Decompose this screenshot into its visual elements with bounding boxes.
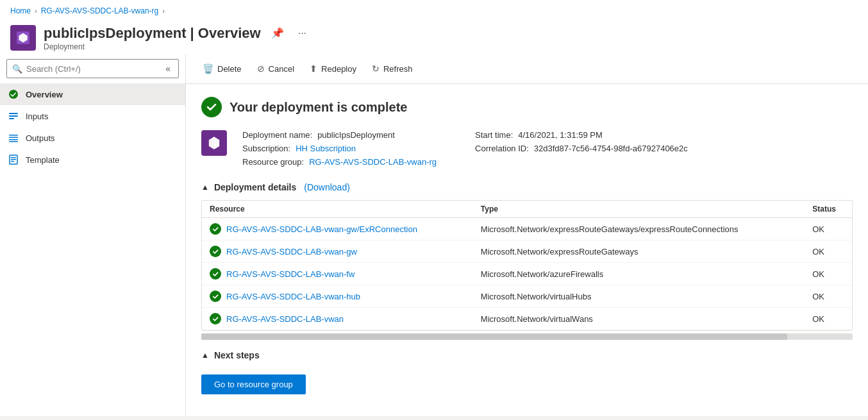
refresh-icon: ↻ <box>372 63 380 74</box>
next-steps-label: Next steps <box>214 350 260 360</box>
main-content: 🗑️ Delete ⊘ Cancel ⬆ Redeploy ↻ Refresh <box>186 54 868 416</box>
next-steps-chevron-icon: ▲ <box>201 351 209 360</box>
sidebar-overview-label: Overview <box>26 90 63 99</box>
svg-point-1 <box>9 90 18 99</box>
resource-link[interactable]: RG-AVS-AVS-SDDC-LAB-vwan-fw <box>226 269 355 279</box>
resource-link[interactable]: RG-AVS-AVS-SDDC-LAB-vwan-hub <box>226 292 360 301</box>
pin-button[interactable]: 📌 <box>267 24 288 42</box>
page-subtitle: Deployment <box>44 42 858 51</box>
template-icon <box>8 154 19 165</box>
info-columns: Deployment name: publicIpsDeployment Sub… <box>242 130 688 167</box>
cancel-icon: ⊘ <box>257 63 265 74</box>
sidebar: 🔍 « Overview Inputs Outputs <box>0 54 186 416</box>
redeploy-button[interactable]: ⬆ Redeploy <box>303 60 363 77</box>
row-success-icon <box>210 246 221 257</box>
toolbar: 🗑️ Delete ⊘ Cancel ⬆ Redeploy ↻ Refresh <box>186 54 868 84</box>
status-cell: OK <box>805 308 852 330</box>
resource-cell: RG-AVS-AVS-SDDC-LAB-vwan-gw/ExRConnectio… <box>202 218 473 240</box>
info-row-start: Start time: 4/16/2021, 1:31:59 PM <box>475 130 688 140</box>
table-row: RG-AVS-AVS-SDDC-LAB-vwan-gw/ExRConnectio… <box>202 218 852 240</box>
type-cell: Microsoft.Network/azureFirewalls <box>473 263 805 285</box>
sidebar-nav: Overview Inputs Outputs Template <box>0 83 185 171</box>
table-row: RG-AVS-AVS-SDDC-LAB-vwan-fw Microsoft.Ne… <box>202 263 852 285</box>
breadcrumb-rg[interactable]: RG-AVS-AVS-SDDC-LAB-vwan-rg <box>41 6 159 15</box>
rg-link[interactable]: RG-AVS-AVS-SDDC-LAB-vwan-rg <box>309 157 437 167</box>
resource-cell: RG-AVS-AVS-SDDC-LAB-vwan-gw <box>202 240 473 263</box>
delete-button[interactable]: 🗑️ Delete <box>196 60 248 77</box>
row-success-icon <box>210 313 221 324</box>
col-type: Type <box>473 201 805 218</box>
sidebar-template-label: Template <box>26 155 60 165</box>
info-row-rg: Resource group: RG-AVS-AVS-SDDC-LAB-vwan… <box>242 157 437 167</box>
table-row: RG-AVS-AVS-SDDC-LAB-vwan Microsoft.Netwo… <box>202 308 852 330</box>
name-label: Deployment name: <box>242 130 312 140</box>
start-label: Start time: <box>475 130 513 140</box>
search-input[interactable] <box>26 64 159 74</box>
svg-rect-8 <box>9 141 18 142</box>
sidebar-item-template[interactable]: Template <box>0 149 185 171</box>
type-cell: Microsoft.Network/expressRouteGateways/e… <box>473 218 805 240</box>
sidebar-item-outputs[interactable]: Outputs <box>0 127 185 149</box>
info-col-right: Start time: 4/16/2021, 1:31:59 PM Correl… <box>475 130 688 167</box>
status-cell: OK <box>805 263 852 285</box>
status-cell: OK <box>805 240 852 263</box>
more-button[interactable]: ··· <box>294 25 310 42</box>
svg-rect-7 <box>9 139 18 140</box>
deployment-table: Resource Type Status RG-AVS-AVS-SDDC-LAB… <box>202 201 852 330</box>
col-status: Status <box>805 201 852 218</box>
next-steps-section: ▲ Next steps Go to resource group <box>201 350 853 394</box>
breadcrumb-home[interactable]: Home <box>10 6 31 15</box>
search-icon: 🔍 <box>12 64 22 74</box>
svg-rect-11 <box>11 159 16 160</box>
refresh-button[interactable]: ↻ Refresh <box>365 60 419 77</box>
resource-cell: RG-AVS-AVS-SDDC-LAB-vwan-fw <box>202 263 473 285</box>
info-col-left: Deployment name: publicIpsDeployment Sub… <box>242 130 437 167</box>
outputs-icon <box>8 132 19 144</box>
go-to-resource-group-button[interactable]: Go to resource group <box>201 374 306 394</box>
chevron-up-icon: ▲ <box>201 183 209 192</box>
row-success-icon <box>210 223 221 235</box>
info-row-name: Deployment name: publicIpsDeployment <box>242 130 437 140</box>
success-banner: Your deployment is complete <box>201 97 853 117</box>
resource-link[interactable]: RG-AVS-AVS-SDDC-LAB-vwan-gw/ExRConnectio… <box>226 224 417 234</box>
name-value: publicIpsDeployment <box>317 130 395 140</box>
page-header: publicIpsDeployment | Overview 📌 ··· Dep… <box>0 19 868 54</box>
page-icon <box>10 25 36 51</box>
sidebar-outputs-label: Outputs <box>26 133 55 143</box>
overview-icon <box>8 88 19 100</box>
page-title: publicIpsDeployment | Overview 📌 ··· <box>44 24 858 42</box>
breadcrumb-sep1: › <box>35 7 37 15</box>
start-value: 4/16/2021, 1:31:59 PM <box>518 130 603 140</box>
delete-icon: 🗑️ <box>203 63 213 74</box>
collapse-button[interactable]: « <box>163 62 173 75</box>
type-cell: Microsoft.Network/expressRouteGateways <box>473 240 805 263</box>
info-row-subscription: Subscription: HH Subscription <box>242 144 437 153</box>
svg-rect-3 <box>9 115 18 117</box>
row-success-icon <box>210 268 221 280</box>
type-cell: Microsoft.Network/virtualHubs <box>473 285 805 308</box>
download-link[interactable]: (Download) <box>304 182 350 192</box>
search-box[interactable]: 🔍 « <box>6 59 179 78</box>
success-check-icon <box>201 97 222 117</box>
resource-link[interactable]: RG-AVS-AVS-SDDC-LAB-vwan <box>226 314 344 324</box>
next-steps-heading[interactable]: ▲ Next steps <box>201 350 853 360</box>
sidebar-inputs-label: Inputs <box>26 112 48 121</box>
sidebar-item-overview[interactable]: Overview <box>0 83 185 105</box>
layout: 🔍 « Overview Inputs Outputs <box>0 54 868 416</box>
redeploy-icon: ⬆ <box>310 63 317 74</box>
success-title: Your deployment is complete <box>230 100 407 115</box>
resource-cell: RG-AVS-AVS-SDDC-LAB-vwan-hub <box>202 285 473 308</box>
sidebar-item-inputs[interactable]: Inputs <box>0 105 185 127</box>
status-cell: OK <box>805 285 852 308</box>
breadcrumb-sep2: › <box>162 7 165 15</box>
cancel-button[interactable]: ⊘ Cancel <box>251 60 301 77</box>
deployment-info: Deployment name: publicIpsDeployment Sub… <box>201 130 853 167</box>
svg-rect-5 <box>9 135 18 136</box>
resource-link[interactable]: RG-AVS-AVS-SDDC-LAB-vwan-gw <box>226 247 357 256</box>
table-row: RG-AVS-AVS-SDDC-LAB-vwan-gw Microsoft.Ne… <box>202 240 852 263</box>
deployment-details-heading[interactable]: ▲ Deployment details (Download) <box>201 182 853 192</box>
resource-cell: RG-AVS-AVS-SDDC-LAB-vwan <box>202 308 473 330</box>
svg-rect-10 <box>11 157 16 158</box>
info-row-correlation: Correlation ID: 32d3fd87-7c56-4754-98fd-… <box>475 144 688 153</box>
subscription-link[interactable]: HH Subscription <box>296 144 356 153</box>
